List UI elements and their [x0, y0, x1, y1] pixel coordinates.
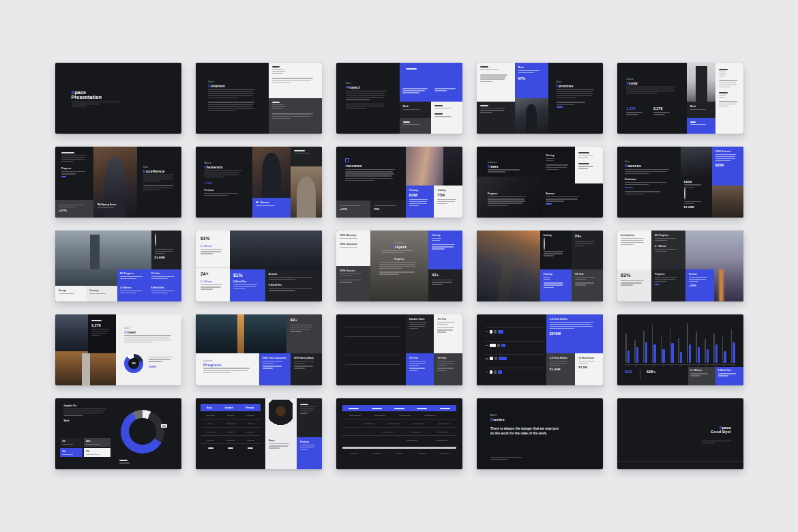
box-value: 82M [409, 193, 431, 197]
blue-market-panel: 2,5 Perth Market $349M [546, 314, 603, 353]
text-lines [204, 193, 246, 196]
slide-thumb-graphic-pie[interactable]: Graphic Pie Work 56% 8% 46% 9% 7% [55, 398, 181, 469]
slide-thumb-pricing[interactable]: Basic Standard Premium Basic Premium [196, 398, 322, 469]
dark-stat-panel: $3,89M [151, 231, 181, 269]
premium-label: Premium [204, 189, 246, 192]
text-lines [263, 361, 287, 364]
text-lines [626, 87, 680, 94]
grid-item: 6% Progress [120, 272, 147, 284]
text-lines [480, 74, 512, 82]
text-lines [201, 284, 226, 289]
mug [269, 400, 293, 426]
slide-thumb-goodbye[interactable]: Space Good Bye! [617, 398, 743, 469]
white-panel [715, 63, 743, 134]
text-lines [203, 368, 254, 372]
premium-panel: Premium [297, 437, 322, 469]
chart-label-panel: Stacked Chart [406, 314, 434, 353]
slide-thumb-excellence[interactable]: Progress +67% Wolfgang Amar Our Excellen… [55, 147, 181, 218]
white-bottom: 83% [617, 269, 651, 301]
text-lines [374, 205, 402, 206]
text-lines [518, 70, 546, 73]
quote-block: Well Quotes There is always the danger t… [487, 410, 593, 439]
slide-thumb-highway[interactable]: Casting 24+ Training 7th Year [477, 231, 603, 301]
text-lines [480, 69, 512, 70]
slide-thumb-percent-stats[interactable]: 63% 2 × Winner 24+ 2 × Winner 81% 6 Worl… [196, 231, 322, 301]
slide-thumb-solution[interactable]: Our Solution [196, 63, 322, 134]
text-lines [557, 89, 597, 99]
kicker: Well [490, 413, 589, 417]
slide-thumb-incomes[interactable]: Incomes +67% 78% Training 82M Trading 75… [336, 147, 462, 218]
slide-thumb-latest-news[interactable]: Latest News Closing Progress Browser [477, 147, 603, 218]
white-stat-box: Trading 75K [434, 186, 462, 218]
slide-thumb-contribution[interactable]: Contribution 83% 6% Progress 2 × Winner … [617, 231, 743, 301]
text-lines [403, 124, 428, 125]
panel-label: Work [690, 105, 713, 108]
text-lines [143, 175, 178, 182]
casting-panel: Casting [540, 231, 572, 269]
cover-content: Our Cover 38% 100% [116, 314, 181, 385]
tier-basic: Basic [207, 407, 211, 409]
stat-2: 3,278 [653, 106, 677, 110]
white-panel: 7th Year [434, 314, 462, 353]
slide-thumb-latest-project[interactable]: Latest Project Progress 100% Warranty 10… [336, 231, 462, 301]
text-lines [294, 153, 319, 153]
box-label: Trading [437, 189, 459, 192]
handsome-label: Handsome [625, 178, 674, 181]
text-lines [120, 291, 147, 293]
slide-thumb-cover[interactable]: Space Presentation [55, 63, 181, 134]
stat-60: $60 [625, 370, 632, 374]
photo-aerial [196, 314, 286, 353]
text-lines [340, 238, 367, 239]
text-lines [409, 368, 431, 370]
slide-title: Study [626, 81, 680, 85]
slide-thumb-stacked-chart[interactable]: Stacked Chart 7th Year 7th Year 7th Year [336, 314, 462, 385]
text-lines [621, 280, 648, 285]
stat-63: 63% [201, 236, 226, 241]
text-lines [575, 277, 600, 280]
text-lines [544, 251, 568, 256]
stat-value: +75% [204, 181, 246, 185]
slide-thumb-latest-progress[interactable]: 42+ Latest Progress 100% Time Guarantee … [196, 314, 322, 385]
text-lines [578, 166, 600, 168]
slide-thumb-case-study[interactable]: Case Study 1,278 3,278 Work [617, 63, 743, 134]
main-panel: Our Services [548, 63, 603, 134]
photo-figure [297, 177, 316, 218]
text-lines [625, 191, 674, 194]
slide-title: Services [557, 84, 597, 88]
legend-box: 46% [84, 438, 110, 447]
slide-thumb-data-table[interactable] [336, 398, 462, 469]
divider [72, 102, 121, 102]
slide-thumb-bar-chart[interactable]: $60 428+ 2 × Winner 8 World Rec [617, 314, 743, 385]
tier-standard: Standard [225, 407, 233, 409]
slide-thumb-sources[interactable]: Our Sources Handsome $26M $1,09M 100% Su… [617, 147, 743, 218]
photo-sunset [406, 147, 462, 186]
text-lines [300, 445, 319, 449]
stat-100: 100% [149, 365, 176, 368]
stat-25m: $2,5M [578, 366, 600, 369]
dark-bottom: Progress [651, 269, 685, 301]
stat-1: +67% [340, 207, 367, 211]
slide-thumb-elements[interactable]: More Elements +75% Premium Mr. Steven [196, 147, 322, 218]
text-lines [578, 155, 600, 158]
link-bar [655, 284, 659, 285]
slide-thumb-services[interactable]: Work 67% Our Services [477, 63, 603, 134]
label-bar [406, 68, 417, 70]
text-lines [151, 276, 179, 279]
photo-member-2 [291, 166, 322, 218]
progress-label: Progress [61, 167, 90, 170]
kicker: Our [346, 81, 391, 85]
member-name: Wolfgang Amar [98, 203, 133, 206]
main-panel: Our Solution [196, 63, 269, 134]
text-lines [233, 284, 262, 289]
photo-city [55, 231, 151, 269]
slide-thumb-markets[interactable]: 2,5 Perth Market $349M 2,5 Perth Market … [477, 314, 603, 385]
text-lines [346, 104, 391, 108]
title-block: Latest News [484, 157, 535, 176]
text-lines [437, 322, 459, 325]
pie-legend-grid: 8% 46% 9% 7% [60, 438, 110, 457]
slide-thumb-cover-donut[interactable]: 3,278 Our Cover 38% 100% [55, 314, 181, 385]
slide-thumb-metrics[interactable]: $3,89M 6% Progress 7th Year 2 × Winner 8… [55, 231, 181, 301]
slide-thumb-project[interactable]: Our Project Work [336, 63, 462, 134]
stat-83: 83% [621, 273, 648, 278]
slide-thumb-quotes[interactable]: Well Quotes There is always the danger t… [477, 398, 603, 469]
